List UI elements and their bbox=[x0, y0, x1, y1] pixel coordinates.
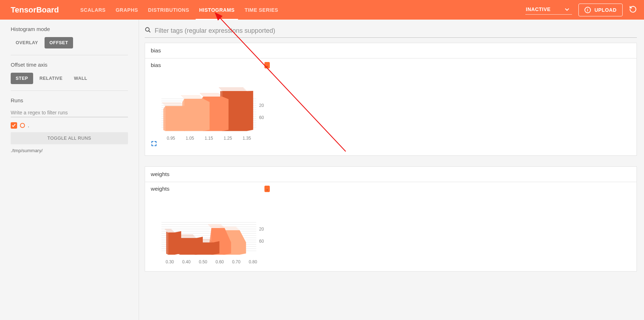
offset-axis-title: Offset time axis bbox=[11, 62, 128, 68]
run-swatch-icon[interactable] bbox=[20, 123, 25, 128]
sidebar: Histogram mode OVERLAY OFFSET Offset tim… bbox=[0, 20, 139, 320]
histogram-chart-weights[interactable]: 20600.300.400.500.600.700.80 bbox=[151, 194, 270, 264]
main-panel: bias bias . 20600.951.051.151.251.35 wei… bbox=[139, 20, 644, 320]
search-icon bbox=[145, 27, 151, 35]
app-header: TensorBoard SCALARS GRAPHS DISTRIBUTIONS… bbox=[0, 0, 644, 20]
mode-overlay[interactable]: OVERLAY bbox=[11, 37, 43, 48]
axis-step[interactable]: STEP bbox=[11, 73, 33, 84]
svg-line-1 bbox=[149, 31, 150, 32]
run-checkbox[interactable] bbox=[11, 122, 17, 129]
info-icon: i bbox=[584, 7, 591, 13]
tag-filter-bar bbox=[145, 25, 637, 38]
mode-offset[interactable]: OFFSET bbox=[45, 37, 73, 48]
histogram-chart-bias[interactable]: 20600.951.051.151.251.35 bbox=[151, 71, 270, 140]
tag-group-bias: bias bias . 20600.951.051.151.251.35 bbox=[145, 43, 637, 156]
svg-text:60: 60 bbox=[259, 115, 264, 120]
run-name: . bbox=[28, 123, 29, 128]
svg-text:0.40: 0.40 bbox=[182, 259, 191, 264]
svg-text:0.50: 0.50 bbox=[199, 259, 207, 264]
card-title-bias: bias bbox=[151, 62, 161, 68]
svg-text:0.95: 0.95 bbox=[167, 136, 175, 140]
histogram-mode-title: Histogram mode bbox=[11, 26, 128, 32]
svg-text:1.05: 1.05 bbox=[186, 136, 194, 140]
svg-text:1.35: 1.35 bbox=[243, 136, 251, 140]
offset-axis-group: STEP RELATIVE WALL bbox=[11, 73, 128, 84]
card-title-weights: weights bbox=[151, 186, 170, 192]
svg-text:0.70: 0.70 bbox=[232, 259, 241, 264]
expand-icon[interactable] bbox=[151, 142, 157, 148]
inactive-label: INACTIVE bbox=[526, 6, 551, 12]
tab-graphs[interactable]: GRAPHS bbox=[115, 0, 138, 20]
card-run-chip[interactable]: . bbox=[264, 186, 270, 192]
toggle-all-runs-button[interactable]: TOGGLE ALL RUNS bbox=[11, 132, 128, 144]
svg-text:1.25: 1.25 bbox=[224, 136, 232, 140]
runs-filter-input[interactable] bbox=[11, 108, 128, 117]
nav-tabs: SCALARS GRAPHS DISTRIBUTIONS HISTOGRAMS … bbox=[80, 0, 278, 20]
tab-distributions[interactable]: DISTRIBUTIONS bbox=[148, 0, 189, 20]
inactive-dropdown[interactable]: INACTIVE bbox=[525, 5, 572, 15]
svg-text:1.15: 1.15 bbox=[205, 136, 213, 140]
header-right: INACTIVE i UPLOAD bbox=[525, 4, 637, 16]
svg-text:20: 20 bbox=[259, 227, 264, 232]
tab-scalars[interactable]: SCALARS bbox=[80, 0, 105, 20]
tag-head-weights[interactable]: weights bbox=[145, 167, 637, 182]
logdir-path: ./tmp/summary/ bbox=[11, 148, 128, 153]
run-row: . bbox=[11, 122, 128, 129]
tag-filter-input[interactable] bbox=[155, 27, 637, 35]
svg-text:0.60: 0.60 bbox=[216, 259, 224, 264]
logo: TensorBoard bbox=[11, 5, 59, 15]
svg-text:60: 60 bbox=[259, 239, 264, 244]
svg-text:20: 20 bbox=[259, 103, 264, 108]
runs-title: Runs bbox=[11, 97, 128, 103]
chevron-down-icon bbox=[565, 6, 569, 12]
upload-label: UPLOAD bbox=[594, 7, 617, 13]
card-weights: weights . 20600.300.400.500.600.700.80 bbox=[145, 182, 637, 271]
histogram-mode-group: OVERLAY OFFSET bbox=[11, 37, 128, 48]
axis-relative[interactable]: RELATIVE bbox=[35, 73, 68, 84]
tag-group-weights: weights weights . 20600.300.400.500.600.… bbox=[145, 166, 637, 272]
svg-text:0.80: 0.80 bbox=[249, 259, 257, 264]
upload-button[interactable]: i UPLOAD bbox=[578, 4, 623, 16]
tag-head-bias[interactable]: bias bbox=[145, 43, 637, 58]
card-bias: bias . 20600.951.051.151.251.35 bbox=[145, 58, 637, 155]
tab-time-series[interactable]: TIME SERIES bbox=[244, 0, 278, 20]
tab-histograms[interactable]: HISTOGRAMS bbox=[199, 0, 235, 20]
svg-text:0.30: 0.30 bbox=[166, 259, 174, 264]
axis-wall[interactable]: WALL bbox=[69, 73, 92, 84]
svg-point-0 bbox=[145, 27, 149, 31]
card-run-chip[interactable]: . bbox=[264, 62, 270, 68]
refresh-icon[interactable] bbox=[629, 5, 637, 15]
